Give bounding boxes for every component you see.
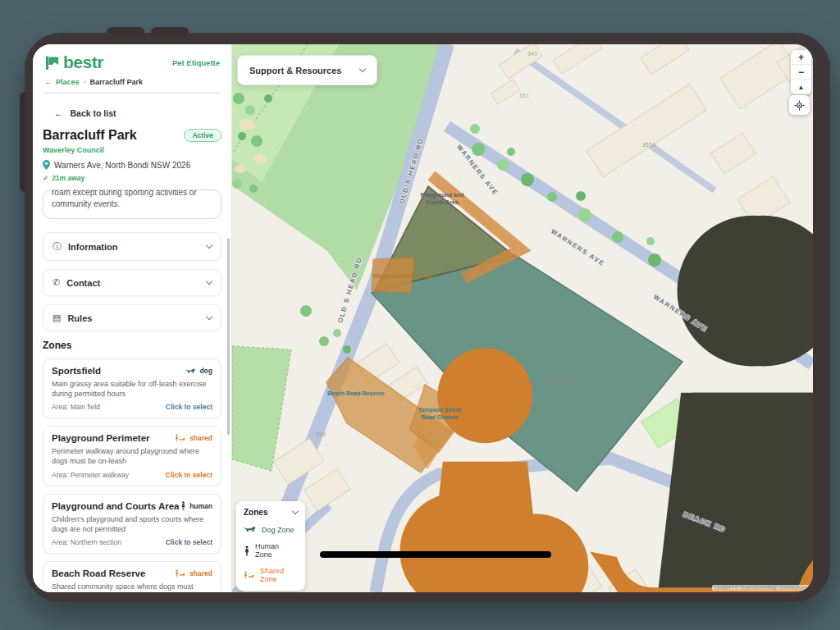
accordion-information[interactable]: ⓘ Information	[43, 232, 221, 261]
playground-human-icon	[669, 216, 813, 592]
distance-check-icon: ✓	[43, 174, 48, 182]
legend-label: Shared Zone	[260, 567, 298, 583]
zone-area: Area: Northern section	[52, 538, 121, 546]
compass-button[interactable]: ▲	[791, 80, 811, 94]
council-link[interactable]: Waverley Council	[43, 146, 221, 154]
page-background: bestr Pet Etiquette ← Places › Barracluf…	[0, 0, 840, 630]
breadcrumb: ← Places › Barracluff Park	[44, 78, 220, 94]
home-indicator	[320, 551, 551, 558]
zone-desc: Children's playground and sports courts …	[52, 514, 212, 534]
chevron-down-icon[interactable]	[292, 508, 299, 514]
map-label-sportsfield: Sportsfield	[548, 377, 578, 384]
legend-label: Human Zone	[255, 542, 298, 559]
zone-title: Playground Perimeter	[52, 433, 150, 443]
phone-icon: ✆	[52, 277, 60, 288]
map-label-simpson-1: Simpson Street	[418, 407, 461, 413]
zones-legend: Zones Dog Zone Human Zone Shared Zone	[236, 501, 305, 591]
zone-badge-label: shared	[189, 569, 212, 578]
sidebar: bestr Pet Etiquette ← Places › Barracluf…	[33, 44, 232, 592]
zone-select-link[interactable]: Click to select	[166, 538, 212, 546]
map-tiles: Playground and Courts Area Playground Pe…	[232, 44, 813, 592]
map-zoom-control: + − ▲	[791, 50, 811, 94]
accordion-rules[interactable]: ▤ Rules	[43, 304, 221, 331]
map-attribution: Leaflet | © OpenStreetMap contributors	[712, 585, 810, 591]
dog-icon	[185, 368, 196, 375]
logo-text: bestr	[63, 52, 103, 72]
map-label-beach-reserve: Beach Road Reserve	[327, 390, 385, 396]
building-label-349: 349	[527, 51, 537, 57]
zone-badge-label: human	[189, 502, 212, 510]
zone-card-beach-road-reserve[interactable]: Beach Road Reserve shared Shared communi…	[43, 561, 221, 592]
zoom-out-button[interactable]: −	[791, 65, 811, 80]
street-label-warners-2: WARNERS AVE	[550, 227, 606, 267]
status-badge: Active	[184, 129, 221, 142]
info-icon: ⓘ	[52, 240, 62, 253]
breadcrumb-separator: ›	[84, 78, 86, 86]
zone-area: Area: Main field	[52, 403, 100, 411]
sidebar-header: bestr Pet Etiquette ← Places › Barracluf…	[33, 44, 231, 94]
chevron-down-icon	[206, 242, 212, 249]
legend-item-human-zone: Human Zone	[244, 542, 298, 559]
zone-badge-label: shared	[189, 434, 212, 442]
map-canvas[interactable]: Playground and Courts Area Playground Pe…	[232, 44, 813, 592]
accordion-contact-label: Contact	[66, 278, 100, 288]
back-to-list-label: Back to list	[71, 108, 116, 118]
dog-icon	[244, 525, 257, 534]
map-label-perimeter: Playground Perimeter	[373, 273, 433, 280]
zone-title: Beach Road Reserve	[52, 568, 145, 578]
shared-icon	[175, 569, 186, 578]
legend-item-shared-zone: Shared Zone	[244, 567, 298, 583]
back-to-list-button[interactable]: ← Back to list	[54, 108, 221, 118]
zones-heading: Zones	[43, 340, 221, 351]
chevron-down-icon	[206, 278, 212, 285]
back-arrow-icon: ←	[54, 108, 63, 118]
map-label-playground-courts-2: Courts Area	[426, 199, 459, 205]
zone-desc: Perimeter walkway around playground wher…	[52, 446, 212, 466]
page-title: Barracluff Park	[43, 128, 137, 143]
building-label-355a: 355A	[642, 142, 656, 148]
breadcrumb-places[interactable]: Places	[56, 78, 80, 86]
map-label-playground-courts-1: Playground and	[421, 192, 464, 199]
sidebar-scrollbar[interactable]	[227, 238, 230, 435]
crosshair-icon	[794, 100, 805, 111]
zone-desc: Main grassy area suitable for off-leash …	[52, 379, 212, 399]
address-text: Warners Ave, North Bondi NSW 2026	[54, 161, 190, 170]
accordion-rules-label: Rules	[67, 313, 92, 323]
flag-icon	[44, 55, 60, 71]
breadcrumb-back-arrow[interactable]: ←	[44, 78, 52, 86]
breadcrumb-current: Barracluff Park	[90, 78, 144, 86]
human-icon	[180, 501, 186, 510]
zone-card-playground-courts[interactable]: Playground and Courts Area human Childre…	[43, 494, 221, 554]
zone-title: Sportsfield	[52, 366, 101, 376]
zone-card-playground-perimeter[interactable]: Playground Perimeter shared Perimeter wa…	[43, 426, 221, 486]
map-label-simpson-2: Road Closure	[421, 414, 459, 420]
zoom-in-button[interactable]: +	[791, 50, 811, 65]
bestr-logo[interactable]: bestr	[44, 52, 103, 72]
chevron-down-icon	[206, 313, 212, 320]
shared-icon	[244, 570, 255, 580]
legend-item-dog-zone: Dog Zone	[244, 525, 298, 534]
accordion-information-label: Information	[68, 242, 118, 252]
zone-badge-label: dog	[199, 367, 212, 375]
notice-card: roam except during sporting activities o…	[43, 189, 221, 219]
zone-card-sportsfield[interactable]: Sportsfield dog Main grassy area suitabl…	[43, 358, 221, 418]
zone-select-link[interactable]: Click to select	[166, 403, 212, 411]
support-resources-label: Support & Resources	[249, 66, 341, 75]
accordion-contact[interactable]: ✆ Contact	[43, 269, 221, 296]
app-window: bestr Pet Etiquette ← Places › Barracluf…	[33, 44, 813, 592]
location-pin-icon	[43, 160, 50, 170]
pet-etiquette-link[interactable]: Pet Etiquette	[172, 58, 220, 67]
zone-desc: Shared community space where dogs must r…	[52, 582, 212, 592]
legend-title: Zones	[244, 508, 267, 517]
zone-title: Playground and Courts Area	[52, 501, 180, 511]
building-label-339: 339	[316, 431, 326, 437]
zone-select-link[interactable]: Click to select	[166, 471, 212, 479]
notice-line-2: community events.	[52, 199, 212, 210]
shared-icon	[175, 434, 186, 442]
support-resources-dropdown[interactable]: Support & Resources	[237, 55, 377, 85]
locate-me-button[interactable]	[789, 95, 810, 115]
sidebar-body: ← Back to list Barracluff Park Active Wa…	[33, 94, 231, 592]
notice-line-1: roam except during sporting activities o…	[52, 189, 212, 199]
document-icon: ▤	[52, 313, 61, 323]
chevron-down-icon	[359, 66, 366, 72]
